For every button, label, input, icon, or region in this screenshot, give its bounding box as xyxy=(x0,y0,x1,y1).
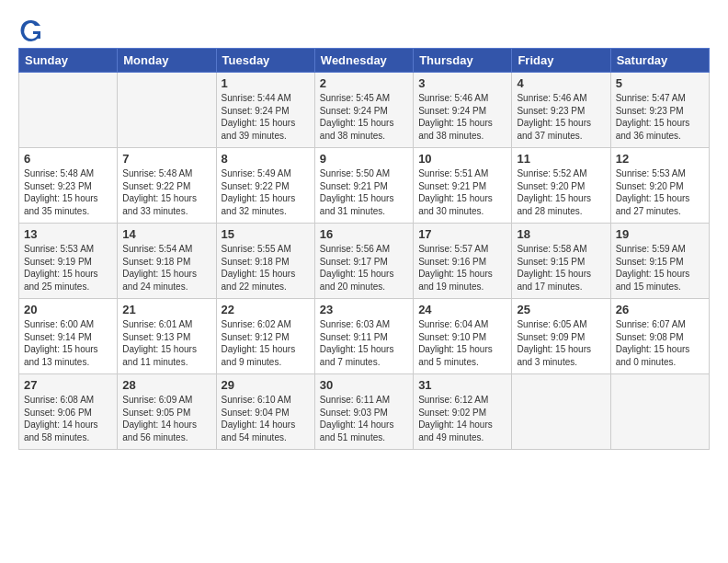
day-info: Sunrise: 5:49 AM Sunset: 9:22 PM Dayligh… xyxy=(222,167,310,217)
day-number: 14 xyxy=(122,227,210,241)
calendar-week-row: 6Sunrise: 5:48 AM Sunset: 9:23 PM Daylig… xyxy=(19,148,710,224)
calendar-cell: 17Sunrise: 5:57 AM Sunset: 9:16 PM Dayli… xyxy=(414,224,512,299)
day-info: Sunrise: 5:45 AM Sunset: 9:24 PM Dayligh… xyxy=(320,92,408,142)
day-info: Sunrise: 5:55 AM Sunset: 9:18 PM Dayligh… xyxy=(222,243,310,293)
day-number: 19 xyxy=(616,227,704,241)
day-info: Sunrise: 5:53 AM Sunset: 9:19 PM Dayligh… xyxy=(24,243,112,293)
day-number: 13 xyxy=(24,227,112,241)
day-info: Sunrise: 6:01 AM Sunset: 9:13 PM Dayligh… xyxy=(122,318,210,368)
calendar-cell: 26Sunrise: 6:07 AM Sunset: 9:08 PM Dayli… xyxy=(610,299,709,374)
calendar-cell: 19Sunrise: 5:59 AM Sunset: 9:15 PM Dayli… xyxy=(610,224,709,299)
calendar-cell: 4Sunrise: 5:46 AM Sunset: 9:23 PM Daylig… xyxy=(512,73,610,148)
day-number: 4 xyxy=(517,76,605,90)
calendar-week-row: 27Sunrise: 6:08 AM Sunset: 9:06 PM Dayli… xyxy=(19,374,710,450)
calendar-cell: 27Sunrise: 6:08 AM Sunset: 9:06 PM Dayli… xyxy=(19,374,118,450)
day-info: Sunrise: 6:11 AM Sunset: 9:03 PM Dayligh… xyxy=(320,394,408,443)
calendar-cell: 5Sunrise: 5:47 AM Sunset: 9:23 PM Daylig… xyxy=(610,73,709,148)
day-number: 17 xyxy=(418,227,506,241)
day-number: 5 xyxy=(616,76,704,90)
day-info: Sunrise: 6:09 AM Sunset: 9:05 PM Dayligh… xyxy=(122,394,210,443)
calendar-day-header: Friday xyxy=(512,49,610,73)
day-number: 25 xyxy=(517,303,605,316)
day-info: Sunrise: 5:46 AM Sunset: 9:24 PM Dayligh… xyxy=(418,92,506,142)
day-number: 26 xyxy=(616,303,704,316)
day-number: 15 xyxy=(222,227,310,241)
calendar-day-header: Tuesday xyxy=(216,49,314,73)
calendar-cell: 8Sunrise: 5:49 AM Sunset: 9:22 PM Daylig… xyxy=(216,148,314,224)
calendar-cell: 10Sunrise: 5:51 AM Sunset: 9:21 PM Dayli… xyxy=(414,148,512,224)
day-number: 7 xyxy=(122,152,210,166)
calendar-cell: 7Sunrise: 5:48 AM Sunset: 9:22 PM Daylig… xyxy=(118,148,216,224)
calendar-cell: 24Sunrise: 6:04 AM Sunset: 9:10 PM Dayli… xyxy=(414,299,512,374)
calendar-cell: 28Sunrise: 6:09 AM Sunset: 9:05 PM Dayli… xyxy=(118,374,216,450)
header xyxy=(18,17,710,42)
day-info: Sunrise: 6:07 AM Sunset: 9:08 PM Dayligh… xyxy=(616,318,704,368)
day-info: Sunrise: 5:57 AM Sunset: 9:16 PM Dayligh… xyxy=(418,243,506,293)
calendar-week-row: 20Sunrise: 6:00 AM Sunset: 9:14 PM Dayli… xyxy=(19,299,710,374)
calendar-cell: 13Sunrise: 5:53 AM Sunset: 9:19 PM Dayli… xyxy=(19,224,118,299)
day-info: Sunrise: 5:47 AM Sunset: 9:23 PM Dayligh… xyxy=(616,92,704,142)
calendar-cell: 6Sunrise: 5:48 AM Sunset: 9:23 PM Daylig… xyxy=(19,148,118,224)
day-info: Sunrise: 6:08 AM Sunset: 9:06 PM Dayligh… xyxy=(24,394,112,443)
calendar-day-header: Thursday xyxy=(414,49,512,73)
day-number: 28 xyxy=(122,378,210,392)
calendar-cell: 30Sunrise: 6:11 AM Sunset: 9:03 PM Dayli… xyxy=(314,374,413,450)
day-info: Sunrise: 5:44 AM Sunset: 9:24 PM Dayligh… xyxy=(222,92,310,142)
day-number: 24 xyxy=(418,303,506,316)
calendar-cell: 9Sunrise: 5:50 AM Sunset: 9:21 PM Daylig… xyxy=(314,148,413,224)
day-number: 12 xyxy=(616,152,704,166)
calendar-cell: 20Sunrise: 6:00 AM Sunset: 9:14 PM Dayli… xyxy=(19,299,118,374)
day-info: Sunrise: 5:58 AM Sunset: 9:15 PM Dayligh… xyxy=(517,243,605,293)
calendar-cell: 22Sunrise: 6:02 AM Sunset: 9:12 PM Dayli… xyxy=(216,299,314,374)
day-number: 20 xyxy=(24,303,112,316)
calendar-cell: 25Sunrise: 6:05 AM Sunset: 9:09 PM Dayli… xyxy=(512,299,610,374)
day-info: Sunrise: 5:46 AM Sunset: 9:23 PM Dayligh… xyxy=(517,92,605,142)
day-number: 30 xyxy=(320,378,408,392)
calendar-cell: 14Sunrise: 5:54 AM Sunset: 9:18 PM Dayli… xyxy=(118,224,216,299)
calendar-day-header: Sunday xyxy=(19,49,118,73)
day-number: 22 xyxy=(222,303,310,316)
page: SundayMondayTuesdayWednesdayThursdayFrid… xyxy=(0,0,728,563)
day-number: 10 xyxy=(418,152,506,166)
calendar-cell xyxy=(512,374,610,450)
calendar-cell: 21Sunrise: 6:01 AM Sunset: 9:13 PM Dayli… xyxy=(118,299,216,374)
day-info: Sunrise: 6:10 AM Sunset: 9:04 PM Dayligh… xyxy=(222,394,310,443)
calendar-cell: 16Sunrise: 5:56 AM Sunset: 9:17 PM Dayli… xyxy=(314,224,413,299)
day-number: 8 xyxy=(222,152,310,166)
day-number: 18 xyxy=(517,227,605,241)
logo xyxy=(18,17,47,42)
day-number: 21 xyxy=(122,303,210,316)
calendar-header-row: SundayMondayTuesdayWednesdayThursdayFrid… xyxy=(19,49,710,73)
calendar-cell xyxy=(610,374,709,450)
calendar-cell: 12Sunrise: 5:53 AM Sunset: 9:20 PM Dayli… xyxy=(610,148,709,224)
day-number: 23 xyxy=(320,303,408,316)
calendar-cell: 18Sunrise: 5:58 AM Sunset: 9:15 PM Dayli… xyxy=(512,224,610,299)
calendar-cell: 31Sunrise: 6:12 AM Sunset: 9:02 PM Dayli… xyxy=(414,374,512,450)
day-number: 3 xyxy=(418,76,506,90)
day-info: Sunrise: 5:50 AM Sunset: 9:21 PM Dayligh… xyxy=(320,167,408,217)
day-info: Sunrise: 6:00 AM Sunset: 9:14 PM Dayligh… xyxy=(24,318,112,368)
calendar-week-row: 1Sunrise: 5:44 AM Sunset: 9:24 PM Daylig… xyxy=(19,73,710,148)
day-info: Sunrise: 5:53 AM Sunset: 9:20 PM Dayligh… xyxy=(616,167,704,217)
day-info: Sunrise: 5:48 AM Sunset: 9:23 PM Dayligh… xyxy=(24,167,112,217)
day-info: Sunrise: 6:03 AM Sunset: 9:11 PM Dayligh… xyxy=(320,318,408,368)
calendar-day-header: Monday xyxy=(118,49,216,73)
day-info: Sunrise: 6:04 AM Sunset: 9:10 PM Dayligh… xyxy=(418,318,506,368)
calendar-cell xyxy=(19,73,118,148)
day-info: Sunrise: 5:48 AM Sunset: 9:22 PM Dayligh… xyxy=(122,167,210,217)
day-info: Sunrise: 5:59 AM Sunset: 9:15 PM Dayligh… xyxy=(616,243,704,293)
calendar: SundayMondayTuesdayWednesdayThursdayFrid… xyxy=(18,48,710,450)
calendar-cell xyxy=(118,73,216,148)
day-number: 29 xyxy=(222,378,310,392)
day-number: 2 xyxy=(320,76,408,90)
day-info: Sunrise: 6:05 AM Sunset: 9:09 PM Dayligh… xyxy=(517,318,605,368)
calendar-day-header: Wednesday xyxy=(314,49,413,73)
calendar-cell: 11Sunrise: 5:52 AM Sunset: 9:20 PM Dayli… xyxy=(512,148,610,224)
calendar-cell: 15Sunrise: 5:55 AM Sunset: 9:18 PM Dayli… xyxy=(216,224,314,299)
day-info: Sunrise: 6:12 AM Sunset: 9:02 PM Dayligh… xyxy=(418,394,506,443)
day-number: 31 xyxy=(418,378,506,392)
calendar-cell: 1Sunrise: 5:44 AM Sunset: 9:24 PM Daylig… xyxy=(216,73,314,148)
calendar-week-row: 13Sunrise: 5:53 AM Sunset: 9:19 PM Dayli… xyxy=(19,224,710,299)
calendar-cell: 3Sunrise: 5:46 AM Sunset: 9:24 PM Daylig… xyxy=(414,73,512,148)
day-info: Sunrise: 5:56 AM Sunset: 9:17 PM Dayligh… xyxy=(320,243,408,293)
